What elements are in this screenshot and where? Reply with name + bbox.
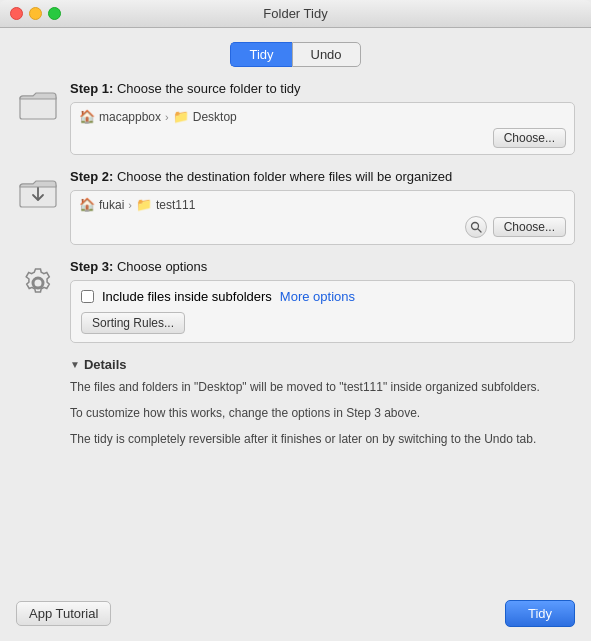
details-toggle[interactable]: ▼ Details: [70, 357, 575, 372]
step2-home-icon: 🏠: [79, 197, 95, 212]
checkbox-row: Include files inside subfolders More opt…: [81, 289, 564, 304]
step3-header: Step 3: Choose options: [70, 259, 575, 274]
step1-icon: [16, 83, 60, 127]
step2-folder-icon: 📁: [136, 197, 152, 212]
step2-path2: test111: [156, 198, 195, 212]
app-tutorial-button[interactable]: App Tutorial: [16, 601, 111, 626]
tidy-button[interactable]: Tidy: [505, 600, 575, 627]
window-title: Folder Tidy: [263, 6, 327, 21]
step2-body: Step 2: Choose the destination folder wh…: [70, 169, 575, 245]
step2-header: Step 2: Choose the destination folder wh…: [70, 169, 575, 184]
details-text3: The tidy is completely reversible after …: [70, 430, 575, 448]
step1-sep: ›: [165, 111, 169, 123]
step1-folder-icon: 📁: [173, 109, 189, 124]
details-text1: The files and folders in "Desktop" will …: [70, 378, 575, 396]
step1-header: Step 1: Choose the source folder to tidy: [70, 81, 575, 96]
step3-body: Step 3: Choose options Include files ins…: [70, 259, 575, 343]
step2-sep: ›: [128, 199, 132, 211]
step2-choose-button[interactable]: Choose...: [493, 217, 566, 237]
step1-panel: 🏠 macappbox › 📁 Desktop Choose...: [70, 102, 575, 155]
undo-tab[interactable]: Undo: [292, 42, 361, 67]
search-icon-button[interactable]: [465, 216, 487, 238]
title-bar: Folder Tidy: [0, 0, 591, 28]
details-text2: To customize how this works, change the …: [70, 404, 575, 422]
step3-panel: Include files inside subfolders More opt…: [70, 280, 575, 343]
include-subfolders-checkbox[interactable]: [81, 290, 94, 303]
details-section: ▼ Details The files and folders in "Desk…: [16, 357, 575, 448]
step1-path2: Desktop: [193, 110, 237, 124]
step3-icon: [16, 261, 60, 305]
step2-panel: 🏠 fukai › 📁 test111 Choose...: [70, 190, 575, 245]
step2-row: Step 2: Choose the destination folder wh…: [16, 169, 575, 245]
segmented-control: Tidy Undo: [16, 42, 575, 67]
more-options-link[interactable]: More options: [280, 289, 355, 304]
details-label: Details: [84, 357, 127, 372]
step1-path-row: 🏠 macappbox › 📁 Desktop: [79, 109, 566, 124]
minimize-button[interactable]: [29, 7, 42, 20]
include-subfolders-label: Include files inside subfolders: [102, 289, 272, 304]
svg-point-3: [471, 223, 478, 230]
close-button[interactable]: [10, 7, 23, 20]
step2-path1: fukai: [99, 198, 124, 212]
tidy-tab[interactable]: Tidy: [230, 42, 291, 67]
maximize-button[interactable]: [48, 7, 61, 20]
footer: App Tutorial Tidy: [0, 590, 591, 641]
step3-row: Step 3: Choose options Include files ins…: [16, 259, 575, 343]
details-triangle-icon: ▼: [70, 359, 80, 370]
step1-choose-button[interactable]: Choose...: [493, 128, 566, 148]
title-bar-controls: [10, 7, 61, 20]
step1-row: Step 1: Choose the source folder to tidy…: [16, 81, 575, 155]
step1-home-icon: 🏠: [79, 109, 95, 124]
step1-path1: macappbox: [99, 110, 161, 124]
step2-path-row: 🏠 fukai › 📁 test111: [79, 197, 566, 212]
sorting-rules-button[interactable]: Sorting Rules...: [81, 312, 185, 334]
step2-icon: [16, 171, 60, 215]
step1-body: Step 1: Choose the source folder to tidy…: [70, 81, 575, 155]
svg-line-4: [478, 229, 481, 232]
